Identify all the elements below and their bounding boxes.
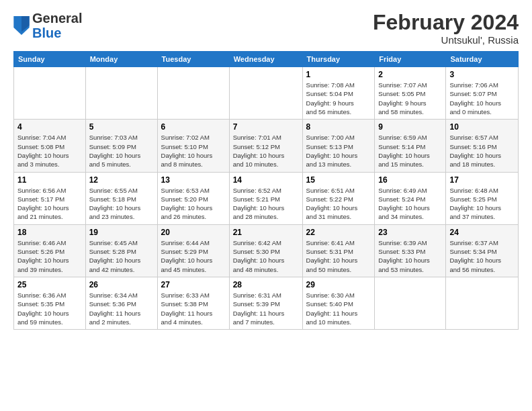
table-row: 19Sunrise: 6:45 AM Sunset: 5:28 PM Dayli…	[85, 224, 157, 277]
day-info: Sunrise: 6:56 AM Sunset: 5:17 PM Dayligh…	[17, 186, 82, 222]
table-row: 11Sunrise: 6:56 AM Sunset: 5:17 PM Dayli…	[14, 172, 86, 224]
day-number: 12	[89, 175, 154, 185]
table-row: 3Sunrise: 7:06 AM Sunset: 5:07 PM Daylig…	[446, 67, 519, 120]
day-number: 1	[306, 70, 371, 79]
day-number: 5	[89, 122, 154, 132]
calendar-week-1: 1Sunrise: 7:08 AM Sunset: 5:04 PM Daylig…	[14, 67, 519, 120]
day-info: Sunrise: 7:08 AM Sunset: 5:04 PM Dayligh…	[306, 81, 371, 116]
table-row	[14, 67, 86, 120]
day-number: 16	[378, 175, 442, 185]
table-row: 29Sunrise: 6:30 AM Sunset: 5:40 PM Dayli…	[302, 277, 375, 329]
table-row: 23Sunrise: 6:39 AM Sunset: 5:33 PM Dayli…	[375, 224, 446, 277]
calendar-location: Untsukul', Russia	[373, 34, 519, 46]
day-number: 18	[17, 228, 82, 237]
day-info: Sunrise: 6:46 AM Sunset: 5:26 PM Dayligh…	[17, 238, 82, 274]
calendar-week-3: 11Sunrise: 6:56 AM Sunset: 5:17 PM Dayli…	[14, 172, 519, 224]
table-row: 16Sunrise: 6:49 AM Sunset: 5:24 PM Dayli…	[375, 172, 446, 224]
table-row: 10Sunrise: 6:57 AM Sunset: 5:16 PM Dayli…	[446, 120, 519, 172]
table-row	[85, 67, 157, 120]
table-row: 5Sunrise: 7:03 AM Sunset: 5:09 PM Daylig…	[85, 120, 157, 172]
day-info: Sunrise: 6:41 AM Sunset: 5:31 PM Dayligh…	[306, 238, 371, 274]
table-row: 6Sunrise: 7:02 AM Sunset: 5:10 PM Daylig…	[157, 120, 229, 172]
table-row	[446, 277, 519, 329]
day-number: 8	[306, 122, 371, 132]
day-info: Sunrise: 6:53 AM Sunset: 5:20 PM Dayligh…	[161, 186, 226, 222]
day-info: Sunrise: 7:06 AM Sunset: 5:07 PM Dayligh…	[449, 81, 515, 116]
table-row: 24Sunrise: 6:37 AM Sunset: 5:34 PM Dayli…	[446, 224, 519, 277]
table-row: 21Sunrise: 6:42 AM Sunset: 5:30 PM Dayli…	[229, 224, 302, 277]
day-number: 14	[233, 175, 299, 185]
day-number: 15	[306, 175, 371, 185]
table-row: 17Sunrise: 6:48 AM Sunset: 5:25 PM Dayli…	[446, 172, 519, 224]
day-info: Sunrise: 6:30 AM Sunset: 5:40 PM Dayligh…	[306, 291, 371, 326]
day-info: Sunrise: 7:04 AM Sunset: 5:08 PM Dayligh…	[17, 133, 82, 169]
header-wednesday: Wednesday	[229, 52, 302, 67]
day-number: 24	[449, 228, 515, 237]
day-number: 20	[161, 228, 226, 237]
day-number: 25	[17, 280, 82, 289]
table-row: 13Sunrise: 6:53 AM Sunset: 5:20 PM Dayli…	[157, 172, 229, 224]
header-thursday: Thursday	[302, 52, 375, 67]
day-number: 9	[378, 122, 442, 132]
day-info: Sunrise: 6:51 AM Sunset: 5:22 PM Dayligh…	[306, 186, 371, 222]
table-row: 1Sunrise: 7:08 AM Sunset: 5:04 PM Daylig…	[302, 67, 375, 120]
table-row	[157, 67, 229, 120]
day-number: 2	[378, 70, 442, 79]
logo-blue-text: Blue	[32, 26, 61, 40]
day-number: 27	[161, 280, 226, 289]
header-monday: Monday	[85, 52, 157, 67]
title-block: February 2024 Untsukul', Russia	[373, 11, 519, 46]
header-friday: Friday	[375, 52, 446, 67]
day-info: Sunrise: 6:31 AM Sunset: 5:39 PM Dayligh…	[233, 291, 299, 326]
day-info: Sunrise: 6:52 AM Sunset: 5:21 PM Dayligh…	[233, 186, 299, 222]
page: General Blue February 2024 Untsukul', Ru…	[0, 0, 532, 411]
day-info: Sunrise: 7:02 AM Sunset: 5:10 PM Dayligh…	[161, 133, 226, 169]
logo: General Blue	[13, 11, 82, 40]
calendar-header-row: Sunday Monday Tuesday Wednesday Thursday…	[14, 52, 519, 67]
day-info: Sunrise: 6:45 AM Sunset: 5:28 PM Dayligh…	[89, 238, 154, 274]
table-row	[375, 277, 446, 329]
day-info: Sunrise: 7:01 AM Sunset: 5:12 PM Dayligh…	[233, 133, 299, 169]
day-number: 7	[233, 122, 299, 132]
table-row: 26Sunrise: 6:34 AM Sunset: 5:36 PM Dayli…	[85, 277, 157, 329]
day-info: Sunrise: 6:55 AM Sunset: 5:18 PM Dayligh…	[89, 186, 154, 222]
table-row: 28Sunrise: 6:31 AM Sunset: 5:39 PM Dayli…	[229, 277, 302, 329]
header: General Blue February 2024 Untsukul', Ru…	[13, 11, 519, 46]
table-row: 20Sunrise: 6:44 AM Sunset: 5:29 PM Dayli…	[157, 224, 229, 277]
table-row	[229, 67, 302, 120]
day-number: 10	[449, 122, 515, 132]
header-sunday: Sunday	[14, 52, 86, 67]
table-row: 14Sunrise: 6:52 AM Sunset: 5:21 PM Dayli…	[229, 172, 302, 224]
calendar-title: February 2024	[373, 11, 519, 34]
day-number: 11	[17, 175, 82, 185]
table-row: 4Sunrise: 7:04 AM Sunset: 5:08 PM Daylig…	[14, 120, 86, 172]
day-number: 23	[378, 228, 442, 237]
day-number: 21	[233, 228, 299, 237]
table-row: 2Sunrise: 7:07 AM Sunset: 5:05 PM Daylig…	[375, 67, 446, 120]
table-row: 12Sunrise: 6:55 AM Sunset: 5:18 PM Dayli…	[85, 172, 157, 224]
day-info: Sunrise: 6:57 AM Sunset: 5:16 PM Dayligh…	[449, 133, 515, 169]
calendar-table: Sunday Monday Tuesday Wednesday Thursday…	[13, 51, 519, 330]
logo-general-text: General	[32, 11, 82, 26]
table-row: 25Sunrise: 6:36 AM Sunset: 5:35 PM Dayli…	[14, 277, 86, 329]
day-number: 28	[233, 280, 299, 289]
logo-icon	[13, 16, 30, 35]
day-number: 6	[161, 122, 226, 132]
table-row: 8Sunrise: 7:00 AM Sunset: 5:13 PM Daylig…	[302, 120, 375, 172]
day-info: Sunrise: 6:59 AM Sunset: 5:14 PM Dayligh…	[378, 133, 442, 169]
day-info: Sunrise: 6:48 AM Sunset: 5:25 PM Dayligh…	[449, 186, 515, 222]
table-row: 7Sunrise: 7:01 AM Sunset: 5:12 PM Daylig…	[229, 120, 302, 172]
day-info: Sunrise: 6:39 AM Sunset: 5:33 PM Dayligh…	[378, 238, 442, 274]
day-info: Sunrise: 7:03 AM Sunset: 5:09 PM Dayligh…	[89, 133, 154, 169]
day-info: Sunrise: 6:42 AM Sunset: 5:30 PM Dayligh…	[233, 238, 299, 274]
day-number: 26	[89, 280, 154, 289]
table-row: 15Sunrise: 6:51 AM Sunset: 5:22 PM Dayli…	[302, 172, 375, 224]
day-number: 22	[306, 228, 371, 237]
day-info: Sunrise: 6:49 AM Sunset: 5:24 PM Dayligh…	[378, 186, 442, 222]
day-info: Sunrise: 6:44 AM Sunset: 5:29 PM Dayligh…	[161, 238, 226, 274]
header-saturday: Saturday	[446, 52, 519, 67]
day-number: 3	[449, 70, 515, 79]
header-tuesday: Tuesday	[157, 52, 229, 67]
day-info: Sunrise: 6:37 AM Sunset: 5:34 PM Dayligh…	[449, 238, 515, 274]
table-row: 22Sunrise: 6:41 AM Sunset: 5:31 PM Dayli…	[302, 224, 375, 277]
